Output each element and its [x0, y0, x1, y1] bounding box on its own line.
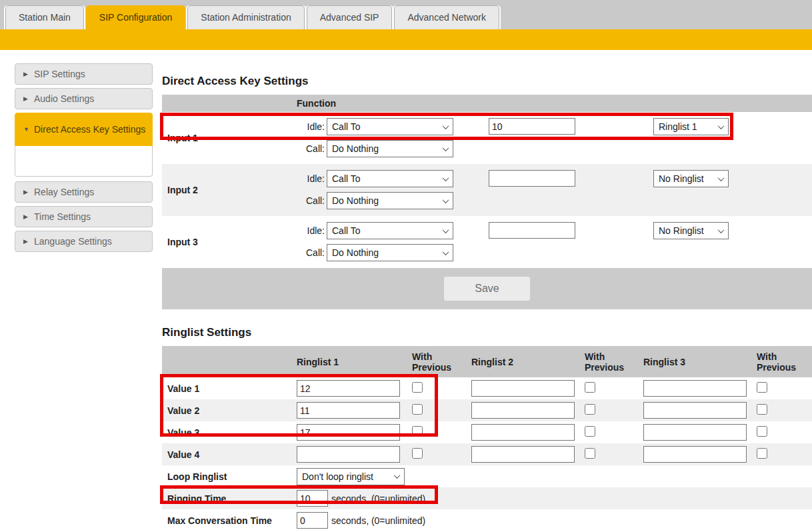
chevron-down-icon — [718, 123, 725, 129]
table-row-ringing-time: Ringing Time seconds, (0=unlimited) — [162, 487, 812, 509]
input2-ringlist-select[interactable]: No Ringlist — [653, 170, 729, 187]
chevron-down-icon — [443, 227, 449, 233]
table-row-value3: Value 3 — [162, 421, 812, 443]
function-column-header: Function — [162, 95, 812, 112]
input3-idle-action-select[interactable]: Call To — [327, 222, 453, 239]
save-row: Save — [162, 268, 812, 309]
input1-call-action-select[interactable]: Do Nothing — [327, 140, 453, 157]
value1-ringlist2-field[interactable] — [471, 380, 575, 397]
ringlist3-header: Ringlist 3 — [643, 357, 749, 367]
call-label: Call: — [302, 143, 325, 154]
sidebar-item-time-settings[interactable]: ▶ Time Settings — [15, 206, 153, 227]
sidebar-item-language-settings[interactable]: ▶ Language Settings — [15, 231, 153, 252]
page-title-direct-access: Direct Access Key Settings — [162, 75, 812, 88]
value4-ringlist3-field[interactable] — [643, 446, 747, 463]
table-row-input3: Input 3 Idle: Call To Call: Do Nothing — [162, 216, 812, 268]
chevron-down-icon — [718, 227, 725, 233]
value2-ringlist3-field[interactable] — [643, 402, 747, 419]
value3-ringlist1-field[interactable] — [297, 424, 400, 441]
tab-advanced-sip[interactable]: Advanced SIP — [307, 5, 393, 29]
chevron-down-icon — [443, 175, 449, 181]
ringlist-table: Ringlist 1 With Previous Ringlist 2 With… — [162, 346, 812, 532]
sidebar-item-sip-settings[interactable]: ▶ SIP Settings — [15, 63, 153, 85]
value2-ringlist2-field[interactable] — [471, 402, 575, 419]
value3-with-previous-checkbox-3[interactable] — [757, 426, 767, 437]
table-row-loop-ringlist: Loop Ringlist Don't loop ringlist — [162, 465, 812, 487]
input2-idle-action-select[interactable]: Call To — [327, 170, 453, 187]
chevron-right-icon: ▶ — [23, 95, 34, 102]
sidebar-item-direct-access-key-settings[interactable]: ▼ Direct Access Key Settings — [15, 113, 153, 146]
chevron-down-icon — [443, 197, 449, 203]
table-row-input2: Input 2 Idle: Call To Call: Do Nothing — [162, 164, 812, 216]
ringlist1-header: Ringlist 1 — [297, 357, 404, 367]
input1-label: Input 1 — [162, 112, 302, 164]
input2-number-field[interactable] — [489, 170, 575, 187]
max-conversation-time-suffix: seconds, (0=unlimited) — [331, 515, 425, 526]
chevron-right-icon: ▶ — [23, 189, 34, 195]
chevron-down-icon — [718, 175, 725, 181]
with-previous-header: With Previous — [749, 351, 812, 373]
sidebar: ▶ SIP Settings ▶ Audio Settings ▼ Direct… — [15, 63, 153, 532]
direct-access-table: Function Input 1 Idle: Call To Call: — [162, 95, 812, 309]
input3-label: Input 3 — [162, 216, 302, 268]
value1-ringlist1-field[interactable] — [297, 380, 400, 397]
table-row-value2: Value 2 — [162, 399, 812, 421]
input1-ringlist-select[interactable]: Ringlist 1 — [653, 118, 729, 135]
save-button[interactable]: Save — [444, 277, 530, 301]
chevron-right-icon: ▶ — [23, 213, 34, 220]
chevron-down-icon — [443, 249, 449, 255]
sidebar-item-audio-settings[interactable]: ▶ Audio Settings — [15, 88, 153, 109]
tab-advanced-network[interactable]: Advanced Network — [394, 5, 499, 29]
value3-with-previous-checkbox-2[interactable] — [585, 426, 595, 437]
loop-ringlist-select[interactable]: Don't loop ringlist — [297, 468, 405, 485]
value4-with-previous-checkbox-3[interactable] — [757, 448, 767, 459]
sidebar-item-relay-settings[interactable]: ▶ Relay Settings — [15, 181, 153, 203]
value2-ringlist1-field[interactable] — [297, 402, 400, 419]
chevron-down-icon: ▼ — [23, 126, 34, 133]
value4-ringlist1-field[interactable] — [297, 446, 400, 463]
table-row-input1: Input 1 Idle: Call To Call: Do Nothing — [162, 112, 812, 164]
table-row-value1: Value 1 — [162, 377, 812, 399]
table-row-max-conversation-time: Max Conversation Time seconds, (0=unlimi… — [162, 509, 812, 531]
ringlist2-header: Ringlist 2 — [471, 357, 577, 367]
idle-label: Idle: — [302, 225, 325, 236]
value3-with-previous-checkbox-1[interactable] — [412, 426, 423, 437]
chevron-right-icon: ▶ — [23, 71, 34, 77]
call-label: Call: — [302, 195, 325, 206]
tab-station-administration[interactable]: Station Administration — [187, 5, 304, 29]
idle-label: Idle: — [302, 173, 325, 184]
sidebar-expanded-panel — [15, 146, 153, 177]
main-content: Direct Access Key Settings Function Inpu… — [162, 63, 812, 532]
input3-call-action-select[interactable]: Do Nothing — [327, 244, 453, 261]
ringing-time-field[interactable] — [297, 490, 328, 507]
value4-with-previous-checkbox-2[interactable] — [585, 448, 595, 459]
value1-ringlist3-field[interactable] — [643, 380, 747, 397]
value1-with-previous-checkbox-3[interactable] — [757, 382, 767, 393]
input3-ringlist-select[interactable]: No Ringlist — [653, 222, 729, 239]
max-conversation-time-field[interactable] — [297, 512, 328, 529]
value4-with-previous-checkbox-1[interactable] — [412, 448, 423, 459]
value3-ringlist2-field[interactable] — [471, 424, 575, 441]
table-row-value4: Value 4 — [162, 443, 812, 465]
value4-ringlist2-field[interactable] — [471, 446, 575, 463]
value1-with-previous-checkbox-1[interactable] — [412, 382, 423, 393]
with-previous-header: With Previous — [404, 351, 471, 373]
input1-number-field[interactable] — [489, 118, 575, 135]
value3-ringlist3-field[interactable] — [643, 424, 747, 441]
value2-with-previous-checkbox-2[interactable] — [585, 404, 595, 415]
input3-number-field[interactable] — [489, 222, 575, 239]
input1-idle-action-select[interactable]: Call To — [327, 118, 453, 135]
page-title-ringlist: Ringlist Settings — [162, 326, 812, 339]
value2-with-previous-checkbox-1[interactable] — [412, 404, 423, 415]
with-previous-header: With Previous — [577, 351, 643, 373]
accent-band — [0, 29, 812, 50]
tab-sip-configuration[interactable]: SIP Configuration — [86, 5, 185, 29]
chevron-right-icon: ▶ — [23, 238, 34, 245]
ringlist-table-header: Ringlist 1 With Previous Ringlist 2 With… — [162, 346, 812, 377]
value1-with-previous-checkbox-2[interactable] — [585, 382, 595, 393]
tab-station-main[interactable]: Station Main — [5, 5, 84, 29]
chevron-down-icon — [394, 472, 401, 479]
call-label: Call: — [302, 247, 325, 258]
input2-call-action-select[interactable]: Do Nothing — [327, 192, 453, 209]
value2-with-previous-checkbox-3[interactable] — [757, 404, 767, 415]
